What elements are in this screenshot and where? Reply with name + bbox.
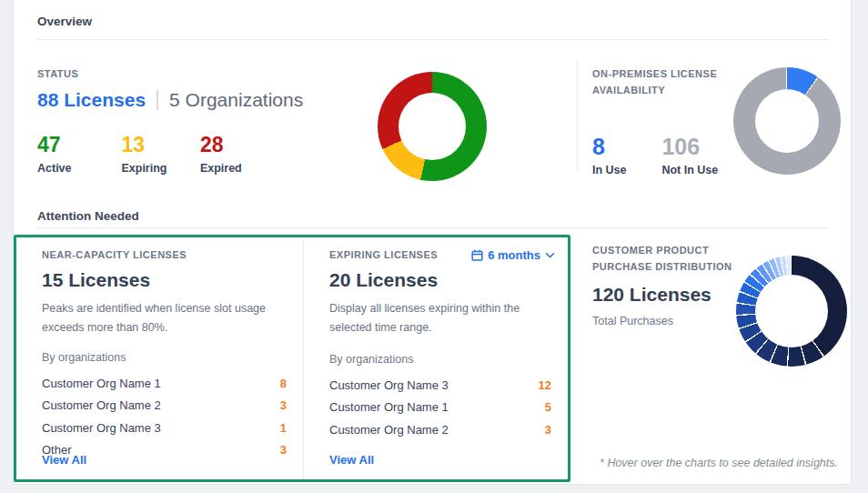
chevron-down-icon: [545, 252, 555, 258]
org-row: Customer Org Name 1 8: [42, 372, 287, 395]
org-count: 3: [280, 398, 287, 412]
not-in-use-label: Not In Use: [661, 164, 718, 176]
in-use-label: In Use: [592, 164, 658, 176]
status-stats-row: 47 Active 13 Expiring 28 Expired: [37, 133, 303, 175]
near-capacity-label: NEAR-CAPACITY LICENSES: [42, 246, 287, 263]
hover-hint-note: * Hover over the charts to see detailed …: [600, 457, 838, 469]
stat-expiring: 13 Expiring: [121, 133, 196, 175]
near-capacity-view-all-link[interactable]: View All: [42, 453, 86, 467]
org-row: Customer Org Name 2 3: [329, 418, 551, 441]
by-organizations-label: By organizations: [329, 353, 551, 366]
expiring-label: Expiring: [121, 162, 196, 175]
org-name: Customer Org Name 3: [329, 378, 449, 392]
stat-active: 47 Active: [37, 133, 117, 175]
on-premises-donut-hole: [755, 89, 819, 153]
org-row: Customer Org Name 3 12: [329, 374, 551, 397]
expired-value: 28: [200, 133, 242, 156]
on-premises-stats-row: 8 In Use 106 Not In Use: [592, 135, 747, 176]
calendar-icon: [471, 249, 483, 261]
by-organizations-label: By organizations: [42, 351, 287, 364]
expiring-org-section: By organizations Customer Org Name 3 12 …: [329, 353, 551, 441]
org-row: Customer Org Name 3 1: [42, 417, 287, 439]
status-counts: 88 Licenses5 Organizations: [37, 89, 303, 111]
active-value: 47: [37, 133, 117, 156]
expired-label: Expired: [200, 162, 242, 175]
expiring-view-all-link[interactable]: View All: [329, 453, 374, 467]
purchase-distribution-label: CUSTOMER PRODUCT PURCHASE DISTRIBUTION: [592, 242, 738, 275]
organizations-count: 5 Organizations: [169, 89, 303, 110]
stat-in-use: 8 In Use: [592, 135, 658, 176]
org-count: 5: [545, 400, 551, 414]
purchase-count: 120 Licenses: [592, 284, 738, 306]
org-name: Customer Org Name 1: [329, 400, 449, 414]
status-donut-hole: [399, 93, 466, 160]
org-count: 12: [539, 378, 551, 392]
attention-needed-title: Attention Needed: [37, 209, 139, 223]
on-premises-donut-chart[interactable]: [733, 67, 841, 175]
org-count: 3: [545, 423, 551, 437]
expiring-licenses-card: EXPIRING LICENSES 6 months: [304, 237, 568, 479]
on-premises-block: ON-PREMISES LICENSE AVAILABILITY 8 In Us…: [592, 65, 747, 176]
status-donut-chart[interactable]: [378, 72, 487, 181]
stat-not-in-use: 106 Not In Use: [661, 135, 718, 176]
org-count: 3: [280, 443, 287, 457]
expiring-label: EXPIRING LICENSES: [329, 246, 438, 263]
expiring-count: 20 Licenses: [329, 269, 555, 291]
org-name: Customer Org Name 2: [329, 423, 449, 437]
top-band-divider: [577, 60, 578, 171]
purchase-distribution-block: CUSTOMER PRODUCT PURCHASE DISTRIBUTION 1…: [592, 242, 738, 327]
near-capacity-org-section: By organizations Customer Org Name 1 8 C…: [42, 351, 287, 461]
org-name: Customer Org Name 2: [42, 398, 161, 412]
counts-divider: [156, 90, 158, 110]
overview-card: Overview STATUS 88 Licenses5 Organizatio…: [13, 0, 852, 485]
time-range-dropdown[interactable]: 6 months: [471, 248, 555, 262]
time-range-value: 6 months: [488, 248, 540, 262]
org-count: 8: [280, 377, 287, 390]
overview-divider: [37, 39, 829, 40]
in-use-value: 8: [592, 135, 658, 158]
status-label: STATUS: [37, 65, 303, 82]
total-purchases-label: Total Purchases: [592, 315, 738, 327]
not-in-use-value: 106: [661, 135, 718, 158]
active-label: Active: [37, 162, 117, 175]
status-block: STATUS 88 Licenses5 Organizations 47 Act…: [37, 65, 303, 175]
purchase-donut-chart[interactable]: [736, 256, 847, 367]
near-capacity-card: NEAR-CAPACITY LICENSES 15 Licenses Peaks…: [16, 237, 304, 479]
attention-highlight-box: NEAR-CAPACITY LICENSES 15 Licenses Peaks…: [14, 235, 570, 482]
near-capacity-description: Peaks are identified when license slot u…: [42, 299, 287, 337]
org-name: Customer Org Name 1: [42, 377, 161, 390]
org-row: Customer Org Name 2 3: [42, 395, 287, 418]
expiring-description: Display all licenses expiring within the…: [329, 299, 555, 337]
purchase-donut-hole: [755, 275, 828, 347]
near-capacity-count: 15 Licenses: [42, 269, 287, 291]
overview-section-title: Overview: [37, 15, 92, 28]
org-count: 1: [280, 421, 287, 435]
attention-divider: [37, 227, 829, 228]
org-name: Customer Org Name 3: [42, 421, 161, 435]
licenses-count: 88 Licenses: [37, 89, 146, 110]
on-premises-label: ON-PREMISES LICENSE AVAILABILITY: [592, 65, 747, 98]
org-row: Customer Org Name 1 5: [329, 397, 551, 419]
expiring-value: 13: [121, 133, 196, 156]
stat-expired: 28 Expired: [200, 133, 242, 175]
